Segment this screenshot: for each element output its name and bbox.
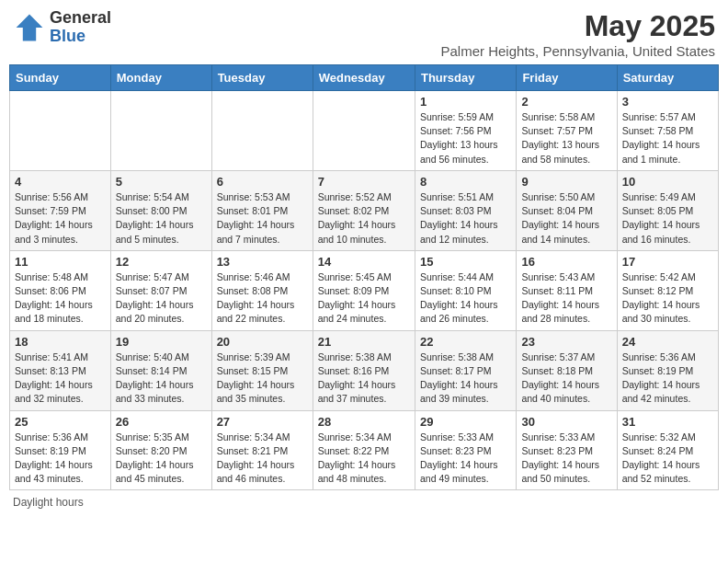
day-number: 7 — [318, 175, 410, 189]
weekday-header-sunday: Sunday — [10, 65, 111, 91]
day-info: Sunrise: 5:38 AM Sunset: 8:16 PM Dayligh… — [318, 350, 410, 407]
day-info: Sunrise: 5:43 AM Sunset: 8:11 PM Dayligh… — [521, 270, 611, 327]
calendar-cell: 3Sunrise: 5:57 AM Sunset: 7:58 PM Daylig… — [617, 91, 718, 171]
calendar-cell: 16Sunrise: 5:43 AM Sunset: 8:11 PM Dayli… — [517, 250, 617, 330]
logo-blue: Blue — [50, 28, 111, 46]
calendar-cell — [10, 91, 111, 171]
page-header: General Blue May 2025 Palmer Heights, Pe… — [9, 9, 719, 59]
day-info: Sunrise: 5:40 AM Sunset: 8:14 PM Dayligh… — [116, 350, 207, 407]
calendar-cell: 23Sunrise: 5:37 AM Sunset: 8:18 PM Dayli… — [517, 330, 617, 410]
day-info: Sunrise: 5:44 AM Sunset: 8:10 PM Dayligh… — [420, 270, 511, 327]
calendar-cell: 4Sunrise: 5:56 AM Sunset: 7:59 PM Daylig… — [10, 170, 111, 250]
weekday-header-wednesday: Wednesday — [313, 65, 415, 91]
day-info: Sunrise: 5:37 AM Sunset: 8:18 PM Dayligh… — [521, 350, 611, 407]
day-number: 3 — [622, 95, 713, 109]
calendar-week-2: 4Sunrise: 5:56 AM Sunset: 7:59 PM Daylig… — [10, 170, 719, 250]
day-number: 14 — [318, 255, 410, 269]
calendar-cell: 5Sunrise: 5:54 AM Sunset: 8:00 PM Daylig… — [110, 170, 211, 250]
day-info: Sunrise: 5:36 AM Sunset: 8:19 PM Dayligh… — [15, 431, 106, 487]
calendar-cell: 28Sunrise: 5:34 AM Sunset: 8:22 PM Dayli… — [313, 410, 415, 490]
calendar-cell: 31Sunrise: 5:32 AM Sunset: 8:24 PM Dayli… — [617, 410, 718, 490]
day-info: Sunrise: 5:58 AM Sunset: 7:57 PM Dayligh… — [521, 110, 611, 167]
day-info: Sunrise: 5:54 AM Sunset: 8:00 PM Dayligh… — [116, 190, 207, 247]
calendar-cell: 15Sunrise: 5:44 AM Sunset: 8:10 PM Dayli… — [415, 250, 516, 330]
day-info: Sunrise: 5:47 AM Sunset: 8:07 PM Dayligh… — [116, 270, 207, 327]
calendar-cell: 2Sunrise: 5:58 AM Sunset: 7:57 PM Daylig… — [517, 91, 617, 171]
day-info: Sunrise: 5:59 AM Sunset: 7:56 PM Dayligh… — [420, 110, 511, 167]
day-info: Sunrise: 5:34 AM Sunset: 8:22 PM Dayligh… — [318, 431, 410, 487]
weekday-header-tuesday: Tuesday — [211, 65, 313, 91]
day-number: 8 — [420, 175, 511, 189]
footer-note: Daylight hours — [9, 496, 719, 509]
calendar-body: 1Sunrise: 5:59 AM Sunset: 7:56 PM Daylig… — [10, 91, 719, 490]
day-number: 13 — [217, 255, 308, 269]
calendar-cell: 1Sunrise: 5:59 AM Sunset: 7:56 PM Daylig… — [415, 91, 516, 171]
day-number: 24 — [622, 335, 713, 349]
calendar-cell: 30Sunrise: 5:33 AM Sunset: 8:23 PM Dayli… — [517, 410, 617, 490]
day-number: 10 — [622, 175, 713, 189]
day-number: 15 — [420, 255, 511, 269]
calendar-cell: 7Sunrise: 5:52 AM Sunset: 8:02 PM Daylig… — [313, 170, 415, 250]
day-info: Sunrise: 5:50 AM Sunset: 8:04 PM Dayligh… — [521, 190, 611, 247]
day-info: Sunrise: 5:48 AM Sunset: 8:06 PM Dayligh… — [15, 270, 106, 327]
day-info: Sunrise: 5:36 AM Sunset: 8:19 PM Dayligh… — [622, 350, 713, 407]
calendar-cell: 24Sunrise: 5:36 AM Sunset: 8:19 PM Dayli… — [617, 330, 718, 410]
calendar-cell — [313, 91, 415, 171]
calendar-cell: 22Sunrise: 5:38 AM Sunset: 8:17 PM Dayli… — [415, 330, 516, 410]
day-number: 31 — [622, 415, 713, 429]
calendar-cell: 27Sunrise: 5:34 AM Sunset: 8:21 PM Dayli… — [211, 410, 313, 490]
calendar-cell: 25Sunrise: 5:36 AM Sunset: 8:19 PM Dayli… — [10, 410, 111, 490]
day-info: Sunrise: 5:33 AM Sunset: 8:23 PM Dayligh… — [521, 431, 611, 487]
logo-text: General Blue — [50, 9, 111, 46]
weekday-header-friday: Friday — [517, 65, 617, 91]
day-info: Sunrise: 5:57 AM Sunset: 7:58 PM Dayligh… — [622, 110, 713, 167]
day-info: Sunrise: 5:53 AM Sunset: 8:01 PM Dayligh… — [217, 190, 308, 247]
calendar-header: SundayMondayTuesdayWednesdayThursdayFrid… — [10, 65, 719, 91]
calendar-week-3: 11Sunrise: 5:48 AM Sunset: 8:06 PM Dayli… — [10, 250, 719, 330]
day-number: 5 — [116, 175, 207, 189]
day-number: 2 — [521, 95, 611, 109]
day-info: Sunrise: 5:35 AM Sunset: 8:20 PM Dayligh… — [116, 431, 207, 487]
calendar-cell: 20Sunrise: 5:39 AM Sunset: 8:15 PM Dayli… — [211, 330, 313, 410]
day-info: Sunrise: 5:34 AM Sunset: 8:21 PM Dayligh… — [217, 431, 308, 487]
title-section: May 2025 Palmer Heights, Pennsylvania, U… — [441, 9, 715, 59]
calendar-cell: 6Sunrise: 5:53 AM Sunset: 8:01 PM Daylig… — [211, 170, 313, 250]
day-number: 4 — [15, 175, 106, 189]
logo-icon — [13, 11, 46, 44]
day-number: 26 — [116, 415, 207, 429]
logo: General Blue — [13, 9, 111, 46]
day-info: Sunrise: 5:39 AM Sunset: 8:15 PM Dayligh… — [217, 350, 308, 407]
day-number: 19 — [116, 335, 207, 349]
calendar-cell: 29Sunrise: 5:33 AM Sunset: 8:23 PM Dayli… — [415, 410, 516, 490]
calendar-cell — [211, 91, 313, 171]
location-title: Palmer Heights, Pennsylvania, United Sta… — [441, 43, 715, 59]
calendar-table: SundayMondayTuesdayWednesdayThursdayFrid… — [9, 64, 719, 490]
day-number: 12 — [116, 255, 207, 269]
weekday-header-thursday: Thursday — [415, 65, 516, 91]
calendar-week-5: 25Sunrise: 5:36 AM Sunset: 8:19 PM Dayli… — [10, 410, 719, 490]
day-info: Sunrise: 5:33 AM Sunset: 8:23 PM Dayligh… — [420, 431, 511, 487]
day-number: 21 — [318, 335, 410, 349]
calendar-week-1: 1Sunrise: 5:59 AM Sunset: 7:56 PM Daylig… — [10, 91, 719, 171]
day-info: Sunrise: 5:38 AM Sunset: 8:17 PM Dayligh… — [420, 350, 511, 407]
logo-general: General — [50, 9, 111, 28]
day-info: Sunrise: 5:32 AM Sunset: 8:24 PM Dayligh… — [622, 431, 713, 487]
calendar-cell: 9Sunrise: 5:50 AM Sunset: 8:04 PM Daylig… — [517, 170, 617, 250]
calendar-cell: 8Sunrise: 5:51 AM Sunset: 8:03 PM Daylig… — [415, 170, 516, 250]
calendar-cell — [110, 91, 211, 171]
day-info: Sunrise: 5:49 AM Sunset: 8:05 PM Dayligh… — [622, 190, 713, 247]
day-info: Sunrise: 5:56 AM Sunset: 7:59 PM Dayligh… — [15, 190, 106, 247]
month-title: May 2025 — [441, 9, 715, 43]
day-number: 16 — [521, 255, 611, 269]
calendar-cell: 13Sunrise: 5:46 AM Sunset: 8:08 PM Dayli… — [211, 250, 313, 330]
day-number: 1 — [420, 95, 511, 109]
day-info: Sunrise: 5:51 AM Sunset: 8:03 PM Dayligh… — [420, 190, 511, 247]
day-info: Sunrise: 5:52 AM Sunset: 8:02 PM Dayligh… — [318, 190, 410, 247]
calendar-cell: 12Sunrise: 5:47 AM Sunset: 8:07 PM Dayli… — [110, 250, 211, 330]
day-number: 23 — [521, 335, 611, 349]
day-number: 11 — [15, 255, 106, 269]
day-info: Sunrise: 5:46 AM Sunset: 8:08 PM Dayligh… — [217, 270, 308, 327]
day-number: 25 — [15, 415, 106, 429]
calendar-cell: 19Sunrise: 5:40 AM Sunset: 8:14 PM Dayli… — [110, 330, 211, 410]
calendar-cell: 21Sunrise: 5:38 AM Sunset: 8:16 PM Dayli… — [313, 330, 415, 410]
